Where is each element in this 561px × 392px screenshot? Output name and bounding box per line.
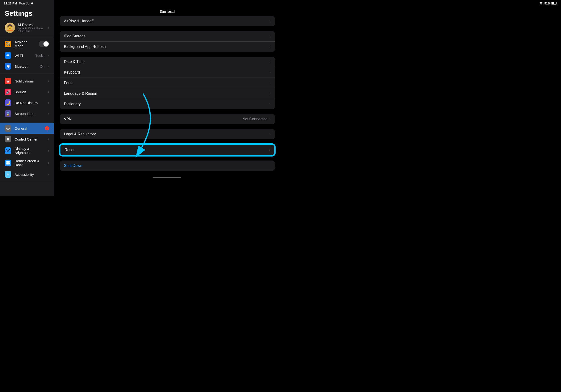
home-screen-dock-chevron: › — [48, 161, 49, 165]
settings-row-vpn[interactable]: VPN Not Connected › — [60, 114, 275, 124]
wifi-label: Wi-Fi — [15, 54, 32, 58]
sidebar-item-sounds[interactable]: 🔊 Sounds › — [0, 87, 54, 97]
bluetooth-icon: ✱ — [5, 63, 11, 70]
airplane-mode-toggle[interactable] — [39, 41, 49, 47]
sidebar-item-bluetooth[interactable]: ✱ Bluetooth On › — [0, 61, 54, 72]
svg-rect-15 — [8, 163, 10, 164]
ipad-storage-label: iPad Storage — [64, 34, 270, 38]
keyboard-label: Keyboard — [64, 70, 270, 75]
background-app-refresh-label: Background App Refresh — [64, 45, 270, 49]
avatar: 🧑‍🦱 — [5, 22, 15, 33]
svg-rect-13 — [8, 161, 10, 163]
settings-group-storage: iPad Storage › Background App Refresh › — [60, 31, 275, 52]
sounds-chevron: › — [48, 90, 49, 94]
reset-label: Reset — [65, 148, 269, 152]
sidebar-item-control-center[interactable]: Control Center › — [0, 134, 54, 144]
notifications-icon — [5, 78, 11, 84]
svg-point-9 — [8, 138, 9, 139]
sidebar-notifications-section: Notifications › 🔊 Sounds › 🌙 Do Not Dist… — [0, 74, 54, 121]
settings-group-airplay: AirPlay & Handoff › — [60, 16, 275, 26]
legal-regulatory-chevron: › — [270, 132, 271, 136]
sidebar-item-airplane-mode[interactable]: ✈️ Airplane Mode — [0, 38, 54, 50]
user-subtitle: Apple ID, iCloud, iTunes & App Store — [18, 27, 45, 33]
accessibility-icon — [5, 171, 11, 178]
settings-row-legal-regulatory[interactable]: Legal & Regulatory › — [60, 129, 275, 139]
keyboard-chevron: › — [270, 70, 271, 75]
sidebar-item-accessibility[interactable]: Accessibility › — [0, 169, 54, 180]
language-region-chevron: › — [270, 91, 271, 96]
vpn-chevron: › — [270, 117, 271, 121]
airplay-handoff-chevron: › — [270, 19, 271, 23]
sidebar-title: Settings — [0, 7, 54, 20]
svg-point-8 — [7, 138, 8, 139]
sidebar-item-wifi[interactable]: Wi-Fi Tucks › — [0, 50, 54, 61]
sidebar-item-general[interactable]: General 1 — [0, 123, 54, 134]
notifications-label: Notifications — [15, 79, 45, 83]
sidebar-connectivity-section: ✈️ Airplane Mode Wi-Fi Tucks › ✱ — [0, 36, 54, 74]
reset-row-wrapper: Reset › — [60, 144, 275, 156]
vpn-label: VPN — [64, 117, 242, 121]
svg-point-7 — [8, 128, 9, 129]
settings-row-airplay-handoff[interactable]: AirPlay & Handoff › — [60, 16, 275, 26]
settings-row-reset[interactable]: Reset › — [60, 145, 274, 155]
sidebar-item-display-brightness[interactable]: AA Display & Brightness › — [0, 144, 54, 157]
sounds-label: Sounds — [15, 90, 45, 94]
settings-row-language-region[interactable]: Language & Region › — [60, 88, 275, 99]
do-not-disturb-chevron: › — [48, 101, 49, 105]
settings-row-background-app-refresh[interactable]: Background App Refresh › — [60, 42, 275, 52]
screen-time-icon: ⌛ — [5, 110, 11, 117]
sidebar-item-notifications[interactable]: Notifications › — [0, 76, 54, 87]
reset-chevron: › — [269, 148, 270, 152]
bluetooth-value: On — [40, 64, 45, 68]
dictionary-chevron: › — [270, 102, 271, 106]
airplane-mode-icon: ✈️ — [5, 41, 11, 47]
screen-time-label: Screen Time — [15, 112, 45, 116]
sidebar-item-home-screen-dock[interactable]: Home Screen & Dock › — [0, 157, 54, 169]
bluetooth-label: Bluetooth — [15, 64, 37, 68]
screen-time-chevron: › — [48, 111, 49, 116]
general-badge: 1 — [45, 126, 49, 131]
settings-row-shutdown[interactable]: Shut Down — [60, 161, 275, 171]
settings-group-vpn: VPN Not Connected › — [60, 114, 275, 124]
control-center-chevron: › — [48, 137, 49, 141]
page-title: General — [160, 9, 174, 14]
dictionary-label: Dictionary — [64, 102, 270, 106]
sidebar-general-section: General 1 Control Center › AA Display & … — [0, 121, 54, 182]
general-label: General — [15, 126, 42, 131]
svg-rect-14 — [6, 163, 8, 164]
user-name: M Potuck — [18, 23, 45, 27]
control-center-icon — [5, 136, 11, 142]
language-region-label: Language & Region — [64, 91, 270, 96]
svg-point-16 — [8, 173, 9, 174]
user-profile-chevron: › — [48, 26, 49, 30]
user-profile[interactable]: 🧑‍🦱 M Potuck Apple ID, iCloud, iTunes & … — [0, 20, 54, 36]
home-screen-dock-icon — [5, 160, 11, 166]
sidebar-item-do-not-disturb[interactable]: 🌙 Do Not Disturb › — [0, 97, 54, 108]
vpn-value: Not Connected — [242, 117, 268, 121]
date-time-label: Date & Time — [64, 60, 270, 64]
svg-point-10 — [7, 139, 8, 141]
home-bar — [153, 177, 181, 178]
settings-group-legal: Legal & Regulatory › — [60, 129, 275, 139]
content-area: AirPlay & Handoff › iPad Storage › Backg… — [54, 16, 280, 187]
bluetooth-chevron: › — [48, 64, 49, 68]
display-brightness-chevron: › — [48, 149, 49, 153]
settings-group-localization: Date & Time › Keyboard › Fonts › Languag… — [60, 57, 275, 109]
sidebar-item-screen-time[interactable]: ⌛ Screen Time › — [0, 108, 54, 119]
wifi-chevron: › — [48, 53, 49, 58]
home-indicator — [60, 175, 275, 180]
settings-row-ipad-storage[interactable]: iPad Storage › — [60, 31, 275, 42]
svg-point-11 — [8, 139, 9, 141]
settings-row-fonts[interactable]: Fonts › — [60, 78, 275, 88]
accessibility-chevron: › — [48, 172, 49, 176]
settings-row-keyboard[interactable]: Keyboard › — [60, 67, 275, 78]
airplane-mode-label: Airplane Mode — [15, 40, 35, 48]
settings-row-dictionary[interactable]: Dictionary › — [60, 99, 275, 109]
accessibility-label: Accessibility — [15, 173, 45, 176]
display-brightness-label: Display & Brightness — [15, 147, 45, 155]
user-info: M Potuck Apple ID, iCloud, iTunes & App … — [18, 23, 45, 33]
svg-rect-5 — [7, 81, 8, 82]
avatar-emoji: 🧑‍🦱 — [6, 24, 14, 32]
settings-row-date-time[interactable]: Date & Time › — [60, 57, 275, 67]
do-not-disturb-label: Do Not Disturb — [15, 101, 45, 105]
